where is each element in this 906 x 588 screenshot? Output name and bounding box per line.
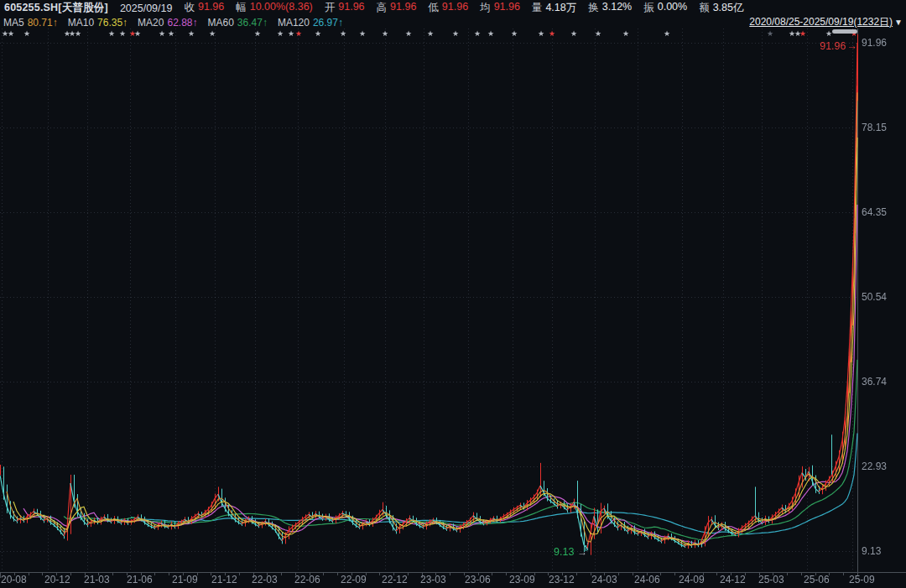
- event-star-icon[interactable]: ★: [452, 30, 459, 38]
- x-axis-label: 23-12: [549, 575, 575, 585]
- event-star-icon[interactable]: ★: [538, 30, 544, 38]
- event-star-icon[interactable]: ★: [405, 30, 412, 38]
- x-axis-label: 22-06: [294, 575, 320, 585]
- stock-chart-window: 605255.SH[天普股份] 2025/09/19 收91.96幅10.00%…: [0, 0, 906, 588]
- x-axis-label: 21-12: [211, 575, 237, 585]
- last-price-tag: 91.96 →: [820, 40, 857, 52]
- event-star-icon[interactable]: ★: [570, 30, 577, 38]
- lowest-price-tag: 9.13 →: [554, 546, 587, 558]
- x-axis-label: 22-09: [341, 575, 367, 585]
- event-star-icon[interactable]: ★: [595, 30, 601, 38]
- x-axis-label: 23-03: [420, 575, 446, 585]
- event-star-icon[interactable]: ★: [108, 30, 115, 38]
- y-axis-label: 64.35: [862, 206, 905, 218]
- y-axis-label: 9.13: [862, 545, 905, 557]
- x-axis-label: 25-06: [804, 575, 830, 585]
- x-axis-label: 20-12: [44, 575, 70, 585]
- y-axis-label: 78.15: [862, 122, 905, 133]
- x-axis-label: 23-09: [509, 575, 535, 585]
- event-star-icon[interactable]: ★: [427, 30, 434, 38]
- event-star-icon[interactable]: ★: [549, 30, 555, 38]
- event-star-icon[interactable]: ★: [825, 30, 832, 38]
- event-star-icon[interactable]: ★: [622, 30, 629, 38]
- right-arrow-icon: →: [577, 546, 587, 558]
- event-star-icon[interactable]: ★: [188, 30, 195, 38]
- event-star-icon[interactable]: ★: [288, 30, 294, 38]
- event-star-icon[interactable]: ★: [119, 30, 126, 38]
- event-star-icon[interactable]: ★: [75, 30, 81, 38]
- event-star-icon[interactable]: ★: [254, 30, 261, 38]
- event-star-icon[interactable]: ★: [277, 30, 284, 38]
- event-star-icon[interactable]: ★: [511, 30, 518, 38]
- x-axis-label: 21-09: [172, 575, 198, 585]
- x-axis-label: 21-03: [84, 575, 110, 585]
- y-axis-label: 22.93: [862, 461, 905, 472]
- event-star-icon[interactable]: ★: [382, 30, 388, 38]
- right-arrow-icon: →: [847, 40, 858, 52]
- x-axis-label: 23-06: [465, 575, 491, 585]
- event-star-icon[interactable]: ★: [295, 30, 302, 38]
- x-axis-label: 24-03: [591, 575, 617, 585]
- event-star-icon[interactable]: ★: [799, 30, 806, 38]
- x-axis-label: 24-12: [720, 575, 746, 585]
- x-axis-label: 22-12: [382, 575, 408, 585]
- event-star-icon[interactable]: ★: [487, 30, 494, 38]
- event-star-icon[interactable]: ★: [664, 30, 670, 38]
- event-star-icon[interactable]: ★: [767, 30, 773, 38]
- x-axis-label: 25-09: [849, 575, 875, 585]
- x-axis-label: 25-03: [758, 575, 784, 585]
- kline-canvas[interactable]: [0, 0, 906, 588]
- x-axis-label: 24-06: [634, 575, 660, 585]
- event-star-icon[interactable]: ★: [134, 30, 141, 38]
- event-star-icon[interactable]: ★: [474, 30, 481, 38]
- x-axis-label: 21-06: [127, 575, 153, 585]
- y-axis-label: 36.74: [862, 376, 905, 388]
- last-price-value: 91.96: [820, 40, 846, 52]
- event-star-icon[interactable]: ★: [315, 30, 321, 38]
- x-axis-label: 22-03: [252, 575, 278, 585]
- event-star-icon[interactable]: ★: [209, 30, 216, 38]
- event-star-icon[interactable]: ★: [168, 30, 174, 38]
- x-axis-label: 20-08: [1, 575, 27, 585]
- event-star-icon[interactable]: ★: [23, 30, 30, 38]
- event-marker-cluster[interactable]: [832, 29, 857, 34]
- y-axis-label: 91.96: [862, 37, 905, 49]
- event-star-icon[interactable]: ★: [359, 30, 366, 38]
- x-axis-label: 24-09: [679, 575, 705, 585]
- y-axis-label: 50.54: [862, 291, 905, 303]
- lowest-price-value: 9.13: [554, 546, 574, 558]
- event-star-icon[interactable]: ★: [340, 30, 346, 38]
- event-star-icon[interactable]: ★: [8, 30, 14, 38]
- event-star-icon[interactable]: ★: [159, 30, 165, 38]
